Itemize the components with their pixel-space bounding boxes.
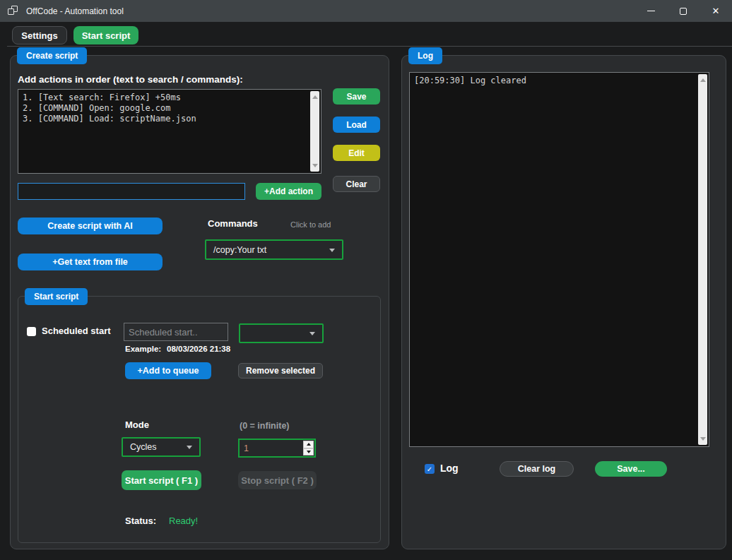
scheduled-start-label: Scheduled start: [42, 326, 111, 336]
commands-dropdown[interactable]: /copy:Your txt: [205, 239, 343, 260]
stop-script-f2-button[interactable]: Stop script ( F2 ): [238, 471, 317, 489]
status-label: Status:: [125, 516, 156, 526]
action-line: 1. [Text search: Firefox] +50ms: [23, 93, 307, 103]
minimize-button[interactable]: [634, 0, 667, 22]
start-script-f1-button[interactable]: Start script ( F1 ): [122, 470, 201, 490]
actions-textarea[interactable]: 1. [Text search: Firefox] +50ms 2. [COMM…: [18, 89, 321, 174]
close-icon: ✕: [712, 6, 720, 16]
arrow-up-icon: [307, 443, 311, 446]
cycles-value: 1: [244, 443, 249, 453]
example-value: 08/03/2026 21:38: [167, 345, 230, 353]
action-line: 3. [COMMAND] Load: scriptName.json: [23, 114, 307, 124]
clear-button[interactable]: Clear: [333, 176, 380, 192]
mode-dropdown[interactable]: Cycles: [122, 437, 201, 457]
check-icon: ✓: [427, 465, 432, 473]
create-with-ai-button[interactable]: Create script with AI: [18, 218, 163, 234]
commands-selected-value: /copy:Your txt: [213, 245, 266, 255]
infinite-hint: (0 = infinite): [240, 421, 290, 431]
get-text-from-file-button[interactable]: +Get text from file: [18, 254, 163, 270]
add-action-button[interactable]: +Add action: [256, 183, 321, 200]
log-scrollbar[interactable]: [698, 74, 707, 445]
app-icon: [8, 6, 20, 16]
arrow-down-icon: [307, 451, 311, 453]
close-button[interactable]: ✕: [699, 0, 732, 22]
log-output[interactable]: [20:59:30] Log cleared: [409, 72, 709, 447]
log-panel: Log [20:59:30] Log cleared ✓ Log Clear l…: [401, 55, 726, 549]
stepper-buttons: [303, 441, 314, 455]
remove-selected-button[interactable]: Remove selected: [238, 363, 323, 379]
edit-button[interactable]: Edit: [333, 145, 380, 161]
window-title: OffCode - Automation tool: [26, 6, 124, 16]
log-checkbox-label: Log: [440, 463, 459, 474]
mode-selected-value: Cycles: [130, 442, 157, 452]
maximize-button[interactable]: [667, 0, 699, 22]
start-script-toolbar-button[interactable]: Start script: [73, 26, 138, 44]
titlebar: OffCode - Automation tool ✕: [0, 0, 732, 22]
scroll-down-icon: [700, 437, 706, 441]
scroll-up-icon: [312, 95, 318, 99]
clear-log-button[interactable]: Clear log: [500, 461, 574, 477]
log-line: [20:59:30] Log cleared: [414, 76, 695, 86]
maximize-icon: [680, 8, 687, 15]
save-log-button[interactable]: Save...: [595, 461, 667, 477]
stepper-down-button[interactable]: [303, 448, 314, 456]
example-label: Example:: [125, 345, 161, 353]
stepper-up-button[interactable]: [303, 441, 314, 448]
tab-create-script: Create script: [17, 47, 87, 64]
commands-label: Commands: [208, 218, 258, 229]
action-line: 2. [COMMAND] Open: google.com: [23, 103, 307, 114]
window-controls: ✕: [634, 0, 732, 22]
save-button[interactable]: Save: [333, 88, 380, 105]
load-button[interactable]: Load: [333, 117, 380, 133]
status-value: Ready!: [169, 516, 198, 526]
commands-hint: Click to add: [290, 220, 331, 229]
chevron-down-icon: [309, 332, 315, 335]
scroll-down-icon: [312, 164, 318, 167]
scheduled-start-input[interactable]: [124, 323, 228, 341]
queue-dropdown[interactable]: [239, 323, 324, 343]
cycles-stepper[interactable]: 1: [238, 439, 316, 458]
tab-start-script: Start script: [25, 288, 88, 305]
add-to-queue-button[interactable]: +Add to queue: [125, 362, 211, 379]
tab-log: Log: [408, 47, 442, 64]
settings-button[interactable]: Settings: [12, 26, 67, 44]
chevron-down-icon: [329, 249, 335, 252]
chevron-down-icon: [187, 446, 192, 449]
create-script-panel: Create script Add actions in order (text…: [10, 55, 389, 549]
scroll-up-icon: [700, 78, 706, 82]
scheduled-start-checkbox[interactable]: [27, 327, 36, 336]
minimize-icon: [647, 11, 655, 11]
action-input[interactable]: [18, 183, 245, 200]
start-script-panel: Start script Scheduled start Example: 08…: [18, 296, 381, 543]
mode-label: Mode: [125, 419, 149, 430]
log-enabled-checkbox[interactable]: ✓: [425, 464, 435, 474]
actions-heading: Add actions in order (text to search / c…: [18, 74, 243, 85]
actions-scrollbar[interactable]: [310, 91, 319, 172]
toolbar-divider: [7, 46, 732, 47]
